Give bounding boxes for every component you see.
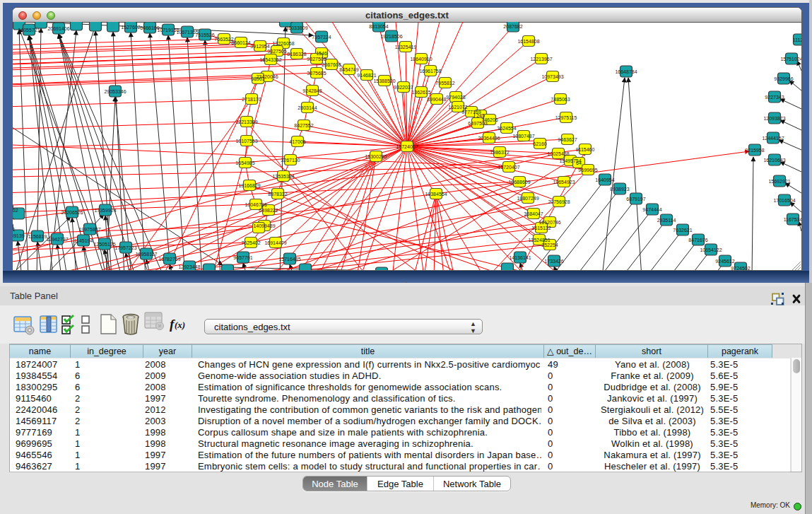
svg-text:19975887: 19975887 — [78, 227, 100, 232]
svg-text:9327505: 9327505 — [267, 49, 286, 54]
svg-text:12093873: 12093873 — [763, 116, 785, 121]
svg-text:26160502: 26160502 — [13, 208, 18, 213]
svg-text:8938923: 8938923 — [610, 187, 629, 192]
svg-text:435061: 435061 — [13, 227, 16, 232]
svg-text:3684047: 3684047 — [524, 211, 543, 216]
svg-text:3875685: 3875685 — [307, 71, 326, 76]
svg-text:17016504: 17016504 — [773, 198, 795, 203]
svg-text:8471676: 8471676 — [688, 238, 707, 243]
svg-text:15751024: 15751024 — [780, 57, 801, 62]
svg-text:8427552: 8427552 — [294, 123, 313, 128]
svg-text:8878332: 8878332 — [268, 192, 287, 197]
svg-text:16648784: 16648784 — [615, 69, 637, 74]
svg-text:1527602: 1527602 — [121, 25, 140, 30]
svg-text:12975115: 12975115 — [555, 115, 577, 120]
svg-text:1167534: 1167534 — [784, 217, 801, 222]
svg-text:1156819: 1156819 — [28, 234, 47, 239]
svg-text:1546: 1546 — [316, 51, 327, 56]
svg-text:9474444: 9474444 — [642, 207, 661, 212]
svg-text:29053346: 29053346 — [104, 89, 126, 94]
svg-text:1362615: 1362615 — [411, 90, 430, 95]
svg-text:39139: 39139 — [13, 233, 25, 238]
svg-text:10025438: 10025438 — [547, 151, 569, 156]
svg-text:8454749: 8454749 — [339, 67, 358, 72]
svg-text:62160: 62160 — [533, 141, 547, 146]
svg-text:17957223: 17957223 — [114, 245, 136, 250]
svg-text:9115460: 9115460 — [576, 147, 595, 152]
svg-text:13535394: 13535394 — [272, 174, 294, 179]
svg-text:13524851: 13524851 — [528, 238, 550, 243]
svg-text:11325419: 11325419 — [395, 45, 417, 49]
svg-text:15720407: 15720407 — [498, 165, 519, 170]
svg-text:1733426: 1733426 — [544, 259, 563, 264]
svg-text:1654985: 1654985 — [235, 160, 254, 165]
svg-text:8186328: 8186328 — [287, 52, 306, 57]
svg-text:20756928: 20756928 — [548, 199, 570, 204]
svg-text:1615132: 1615132 — [531, 226, 551, 230]
svg-text:64: 64 — [576, 160, 582, 165]
svg-text:9322037: 9322037 — [394, 85, 413, 90]
svg-text:6879197: 6879197 — [626, 197, 645, 201]
svg-text:7955812: 7955812 — [435, 81, 454, 86]
svg-text:6497503: 6497503 — [468, 121, 487, 126]
svg-text:10958117: 10958117 — [136, 252, 158, 257]
svg-text:2935114: 2935114 — [657, 218, 676, 223]
svg-text:8990448: 8990448 — [427, 97, 446, 102]
svg-text:15388520: 15388520 — [373, 78, 395, 83]
svg-text:19166829: 19166829 — [238, 183, 260, 188]
svg-text:10688609: 10688609 — [508, 180, 530, 185]
svg-text:19384554: 19384554 — [425, 192, 447, 197]
svg-text:9724502: 9724502 — [731, 266, 750, 271]
svg-text:16543362: 16543362 — [259, 57, 281, 62]
svg-text:7515526: 7515526 — [195, 33, 214, 37]
svg-text:18300295: 18300295 — [365, 154, 387, 159]
svg-text:9699695: 9699695 — [578, 168, 597, 173]
svg-text:18640910: 18640910 — [410, 57, 432, 62]
svg-text:12444157: 12444157 — [762, 136, 784, 141]
svg-text:(x): (x) — [175, 320, 185, 330]
svg-text:9794028: 9794028 — [446, 95, 465, 100]
svg-text:15716485: 15716485 — [278, 257, 300, 262]
svg-text:7625402: 7625402 — [241, 240, 260, 245]
svg-text:9242848: 9242848 — [302, 88, 322, 93]
svg-text:8813054: 8813054 — [369, 24, 388, 29]
svg-text:12923448: 12923448 — [178, 264, 200, 269]
svg-text:18807249: 18807249 — [517, 196, 539, 201]
svg-text:14099489: 14099489 — [253, 223, 275, 228]
svg-text:2367608: 2367608 — [322, 62, 341, 67]
svg-text:6498222: 6498222 — [259, 208, 278, 213]
svg-text:16961758: 16961758 — [419, 69, 441, 74]
svg-text:7986372: 7986372 — [490, 150, 509, 155]
svg-text:12213967: 12213967 — [530, 57, 552, 62]
svg-text:9146821: 9146821 — [357, 73, 376, 78]
svg-text:12942737: 12942737 — [46, 237, 68, 242]
svg-text:252254: 252254 — [541, 243, 558, 247]
svg-text:20206526: 20206526 — [61, 210, 83, 215]
svg-text:1621072: 1621072 — [448, 105, 467, 110]
svg-text:10654122: 10654122 — [700, 247, 722, 252]
svg-text:8660124: 8660124 — [231, 40, 250, 45]
svg-text:12213369: 12213369 — [235, 119, 257, 124]
svg-text:14055721: 14055721 — [18, 28, 40, 33]
svg-text:9245612: 9245612 — [715, 259, 734, 264]
svg-text:9227343: 9227343 — [765, 95, 784, 100]
svg-text:9327508: 9327508 — [307, 57, 326, 62]
svg-text:3624554: 3624554 — [497, 126, 516, 131]
svg-text:7485063: 7485063 — [551, 97, 570, 102]
svg-text:1640954: 1640954 — [595, 177, 614, 182]
svg-text:20364436: 20364436 — [478, 136, 500, 141]
svg-text:10107553: 10107553 — [235, 139, 257, 144]
svg-text:7357224: 7357224 — [312, 35, 331, 40]
svg-text:19654923: 19654923 — [553, 180, 575, 185]
svg-text:16154808: 16154808 — [517, 39, 539, 44]
svg-text:417006: 417006 — [289, 139, 305, 144]
svg-text:9329966: 9329966 — [774, 76, 793, 81]
svg-text:10807487: 10807487 — [512, 134, 534, 139]
svg-text:17359924: 17359924 — [94, 208, 116, 213]
svg-text:9215958: 9215958 — [745, 148, 764, 153]
svg-text:7632621: 7632621 — [673, 228, 692, 233]
svg-text:3912954: 3912954 — [250, 44, 269, 49]
svg-text:9463627: 9463627 — [558, 137, 577, 142]
svg-text:3267130: 3267130 — [281, 158, 300, 163]
svg-text:20691406: 20691406 — [47, 26, 69, 31]
